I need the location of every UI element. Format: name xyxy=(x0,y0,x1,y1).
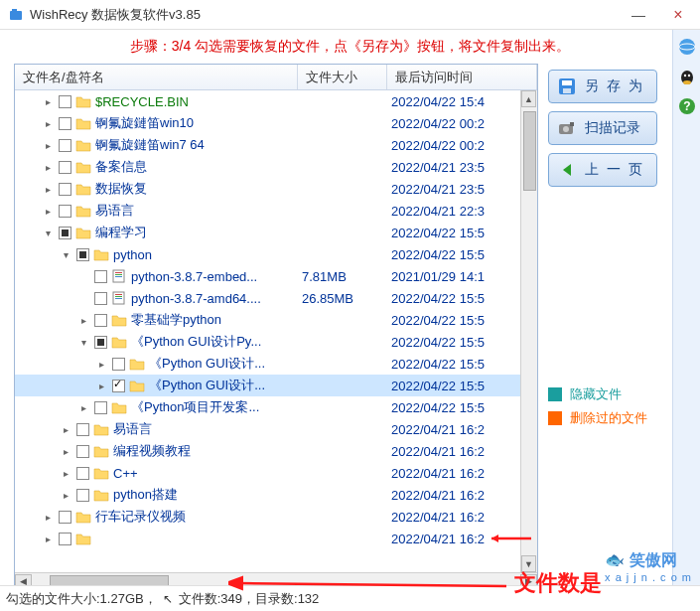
row-label: python搭建 xyxy=(113,486,178,504)
row-date: 2022/04/22 15:5 xyxy=(387,379,537,393)
col-header-size[interactable]: 文件大小 xyxy=(298,65,387,89)
expander-icon[interactable]: ▸ xyxy=(59,422,72,436)
expander-icon[interactable]: ▸ xyxy=(59,466,72,480)
folder-icon xyxy=(93,488,109,502)
expander-icon[interactable]: ▾ xyxy=(41,226,55,239)
expander-icon[interactable]: ▸ xyxy=(41,94,55,108)
expander-icon[interactable]: ▸ xyxy=(41,138,55,152)
tree-folder-row[interactable]: ▸$RECYCLE.BIN2022/04/22 15:4 xyxy=(15,90,537,112)
prev-page-button[interactable]: 上 一 页 xyxy=(548,153,657,187)
minimize-button[interactable]: — xyxy=(625,5,652,25)
checkbox[interactable] xyxy=(112,358,125,371)
col-header-date[interactable]: 最后访问时间 xyxy=(387,65,537,89)
svg-text:?: ? xyxy=(683,99,690,113)
tree-folder-row[interactable]: ▸数据恢复2022/04/21 23:5 xyxy=(15,178,537,200)
scroll-down-arrow[interactable]: ▼ xyxy=(521,555,536,572)
checkbox[interactable] xyxy=(94,401,107,414)
file-tree[interactable]: ▸$RECYCLE.BIN2022/04/22 15:4▸锕氟旋鏈笛win102… xyxy=(15,90,537,572)
tree-folder-row[interactable]: ▾编程学习2022/04/22 15:5 xyxy=(15,222,537,243)
expander-icon[interactable]: ▸ xyxy=(59,444,72,458)
checkbox[interactable] xyxy=(94,336,107,349)
window-title: WishRecy 数据恢复软件v3.85 xyxy=(30,6,625,24)
row-date: 2022/04/22 00:2 xyxy=(387,116,537,131)
save-icon xyxy=(557,76,577,96)
tree-folder-row[interactable]: ▸行车记录仪视频2022/04/21 16:2 xyxy=(15,506,537,528)
help-icon[interactable]: ? xyxy=(676,95,698,117)
expander-icon[interactable]: ▸ xyxy=(41,182,55,196)
tree-folder-row[interactable]: ▸备案信息2022/04/21 23:5 xyxy=(15,156,537,178)
row-label: C++ xyxy=(113,466,138,481)
checkbox[interactable] xyxy=(94,314,107,327)
checkbox[interactable] xyxy=(76,423,89,436)
tree-folder-row[interactable]: ▸《Python GUI设计...2022/04/22 15:5 xyxy=(15,353,537,375)
tree-folder-row[interactable]: ▸《Python GUI设计...2022/04/22 15:5 xyxy=(15,375,537,396)
checkbox[interactable] xyxy=(59,95,71,108)
checkbox[interactable] xyxy=(94,292,107,305)
folder-icon xyxy=(93,444,109,458)
row-label: 编程学习 xyxy=(95,224,147,241)
expander-icon[interactable]: ▸ xyxy=(41,532,55,545)
globe-icon[interactable] xyxy=(676,36,698,58)
tree-folder-row[interactable]: ▸C++2022/04/21 16:2 xyxy=(15,462,537,484)
tree-folder-row[interactable]: ▸锕氟旋鏈笛win102022/04/22 00:2 xyxy=(15,112,537,134)
qq-icon[interactable] xyxy=(676,66,698,87)
tree-folder-row[interactable]: ▸零基础学python2022/04/22 15:5 xyxy=(15,309,537,331)
scroll-up-arrow[interactable]: ▲ xyxy=(521,90,536,107)
expander-icon[interactable]: ▸ xyxy=(41,204,55,218)
folder-icon xyxy=(129,357,145,371)
close-button[interactable]: × xyxy=(664,5,692,25)
col-header-name[interactable]: 文件名/盘符名 xyxy=(15,65,298,89)
app-icon xyxy=(8,7,24,23)
checkbox[interactable] xyxy=(59,227,71,239)
column-headers: 文件名/盘符名 文件大小 最后访问时间 xyxy=(15,65,537,90)
tree-folder-row[interactable]: ▸python搭建2022/04/21 16:2 xyxy=(15,484,537,506)
row-date: 2022/04/21 16:2 xyxy=(387,488,537,503)
expander-icon[interactable]: ▸ xyxy=(94,379,108,392)
expander-icon[interactable]: ▾ xyxy=(59,247,72,261)
checkbox[interactable] xyxy=(76,445,89,458)
row-label: 易语言 xyxy=(113,420,152,438)
row-label: 《Python项目开发案... xyxy=(131,398,259,416)
row-date: 2022/04/22 15:5 xyxy=(387,291,537,306)
expander-icon[interactable]: ▾ xyxy=(76,335,90,349)
checkbox[interactable] xyxy=(112,380,125,392)
expander-icon[interactable]: ▸ xyxy=(76,400,90,414)
checkbox[interactable] xyxy=(59,139,71,152)
tree-folder-row[interactable]: ▸2022/04/21 16:2 xyxy=(15,528,537,549)
expander-icon[interactable]: ▸ xyxy=(41,116,55,130)
checkbox[interactable] xyxy=(59,511,71,524)
vertical-scrollbar[interactable]: ▲ ▼ xyxy=(520,90,537,572)
tree-folder-row[interactable]: ▸锕氟旋鏈笛win7 642022/04/22 00:2 xyxy=(15,134,537,156)
folder-icon xyxy=(111,335,127,349)
checkbox[interactable] xyxy=(59,117,71,130)
side-icon-column: ? xyxy=(672,30,700,586)
expander-icon[interactable]: ▸ xyxy=(76,313,90,327)
tree-folder-row[interactable]: ▸易语言2022/04/21 22:3 xyxy=(15,200,537,222)
checkbox[interactable] xyxy=(59,183,71,196)
checkbox[interactable] xyxy=(76,489,89,502)
expander-icon[interactable]: ▸ xyxy=(41,160,55,174)
tree-file-row[interactable]: python-3.8.7-embed...7.81MB2021/01/29 14… xyxy=(15,265,537,287)
checkbox[interactable] xyxy=(76,467,89,480)
vscroll-thumb[interactable] xyxy=(523,111,536,191)
checkbox[interactable] xyxy=(59,161,71,174)
checkbox[interactable] xyxy=(59,205,71,218)
tree-folder-row[interactable]: ▾python2022/04/22 15:5 xyxy=(15,243,537,265)
checkbox[interactable] xyxy=(76,248,89,261)
tree-folder-row[interactable]: ▾《Python GUI设计Py...2022/04/22 15:5 xyxy=(15,331,537,353)
legend-hidden: 隐藏文件 xyxy=(548,385,687,403)
tree-file-row[interactable]: python-3.8.7-amd64....26.85MB2022/04/22 … xyxy=(15,287,537,309)
tree-folder-row[interactable]: ▸易语言2022/04/21 16:2 xyxy=(15,418,537,440)
expander-icon[interactable]: ▸ xyxy=(94,357,108,371)
tree-folder-row[interactable]: ▸《Python项目开发案...2022/04/22 15:5 xyxy=(15,396,537,418)
scan-log-button[interactable]: 扫描记录 xyxy=(548,111,657,145)
save-as-button[interactable]: 另 存 为 xyxy=(548,70,657,103)
folder-icon xyxy=(75,94,91,108)
tree-folder-row[interactable]: ▸编程视频教程2022/04/21 16:2 xyxy=(15,440,537,462)
folder-icon xyxy=(93,247,109,261)
expander-icon[interactable]: ▸ xyxy=(41,510,55,524)
checkbox[interactable] xyxy=(59,533,71,545)
legend-deleted: 删除过的文件 xyxy=(548,409,687,427)
expander-icon[interactable]: ▸ xyxy=(59,488,72,502)
checkbox[interactable] xyxy=(94,270,107,283)
